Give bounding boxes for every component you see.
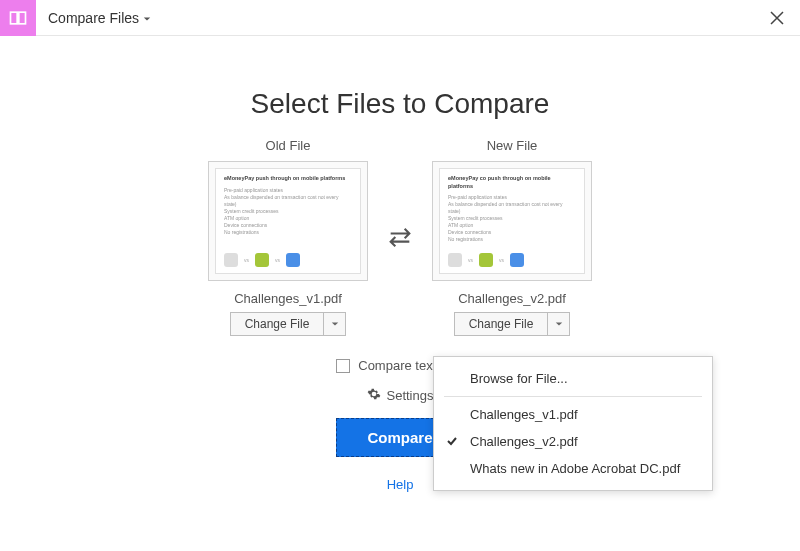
dropdown-item-1-label: Challenges_v2.pdf [470, 434, 578, 449]
compare-text-only-checkbox[interactable] [336, 359, 350, 373]
new-file-name: Challenges_v2.pdf [458, 291, 566, 306]
change-file-dropdown-menu: Browse for File... Challenges_v1.pdf Cha… [433, 356, 713, 491]
dropdown-item-2-label: Whats new in Adobe Acrobat DC.pdf [470, 461, 680, 476]
page-heading: Select Files to Compare [251, 88, 550, 120]
title-caret-icon [143, 10, 151, 26]
old-file-change-button[interactable]: Change File [230, 312, 347, 336]
dropdown-item-0[interactable]: Challenges_v1.pdf [434, 401, 712, 428]
new-file-change-dropdown[interactable] [548, 312, 570, 336]
new-file-column: New File eMoneyPay co push through on mo… [432, 138, 592, 336]
help-link[interactable]: Help [387, 477, 414, 492]
old-file-preview[interactable]: eMoneyPay push through on mobile platfor… [208, 161, 368, 281]
settings-label: Settings [387, 388, 434, 403]
check-icon [446, 435, 458, 447]
svg-rect-0 [11, 12, 18, 24]
window-title-text: Compare Files [48, 10, 139, 26]
window-title[interactable]: Compare Files [36, 10, 151, 26]
new-file-change-button[interactable]: Change File [454, 312, 571, 336]
gear-icon [367, 387, 381, 404]
dropdown-item-1[interactable]: Challenges_v2.pdf [434, 428, 712, 455]
new-file-change-main[interactable]: Change File [454, 312, 549, 336]
dropdown-browse[interactable]: Browse for File... [434, 365, 712, 392]
swap-files-button[interactable] [386, 223, 414, 251]
old-file-column: Old File eMoneyPay push through on mobil… [208, 138, 368, 336]
files-row: Old File eMoneyPay push through on mobil… [208, 138, 592, 336]
dropdown-item-0-label: Challenges_v1.pdf [470, 407, 578, 422]
old-file-change-main[interactable]: Change File [230, 312, 325, 336]
new-file-label: New File [487, 138, 538, 153]
dropdown-item-2[interactable]: Whats new in Adobe Acrobat DC.pdf [434, 455, 712, 482]
titlebar: Compare Files [0, 0, 800, 36]
old-file-name: Challenges_v1.pdf [234, 291, 342, 306]
settings-button[interactable]: Settings [367, 387, 434, 404]
old-file-change-dropdown[interactable] [324, 312, 346, 336]
close-button[interactable] [754, 0, 800, 35]
svg-rect-1 [19, 12, 26, 24]
dropdown-separator [444, 396, 702, 397]
app-icon [0, 0, 36, 36]
old-file-label: Old File [266, 138, 311, 153]
new-file-preview[interactable]: eMoneyPay co push through on mobile plat… [432, 161, 592, 281]
